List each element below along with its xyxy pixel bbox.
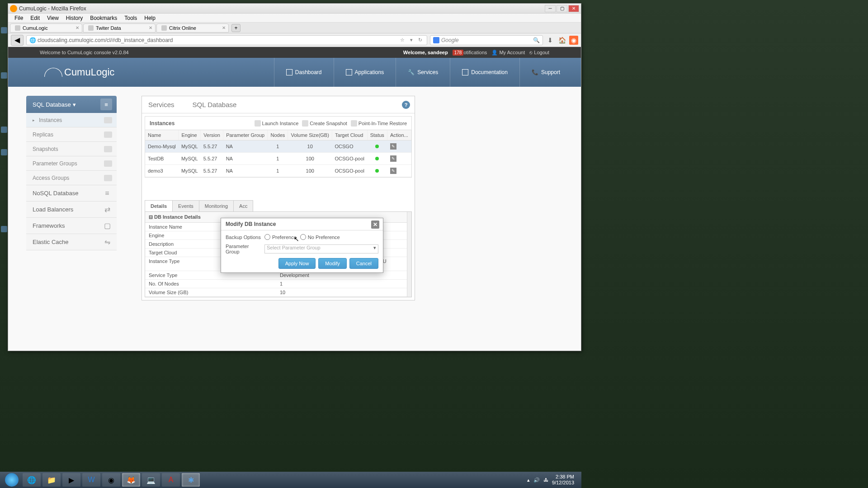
col-nodes[interactable]: Nodes: [268, 130, 288, 141]
tab-monitoring[interactable]: Monitoring: [199, 200, 234, 211]
network-icon[interactable]: 🖧: [543, 477, 548, 483]
scrollbar[interactable]: [407, 212, 411, 297]
menu-tools[interactable]: Tools: [121, 14, 141, 22]
task-ie[interactable]: 🌐: [23, 473, 41, 487]
col-engine[interactable]: Engine: [179, 130, 201, 141]
tab-cumulogic[interactable]: CumuLogic ✕: [10, 23, 82, 33]
site-identity-icon[interactable]: 🌐: [29, 37, 36, 43]
sidebar-header-sql[interactable]: SQL Database ▾ ≡: [26, 96, 117, 113]
firefox-window: CumuLogic - Mozilla Firefox ─ ▢ ✕ File E…: [8, 3, 581, 351]
maximize-button[interactable]: ▢: [557, 5, 567, 12]
menu-view[interactable]: View: [43, 14, 62, 22]
col-parameter-group[interactable]: Parameter Group: [223, 130, 268, 141]
sidebar-item-instances[interactable]: Instances: [26, 113, 117, 127]
tray-arrow-icon[interactable]: ▴: [527, 477, 530, 483]
tab-details[interactable]: Details: [145, 200, 173, 211]
apply-now-button[interactable]: Apply Now: [278, 258, 316, 269]
parameter-group-select[interactable]: Select Parameter Group: [264, 244, 378, 253]
task-acrobat[interactable]: A: [162, 473, 180, 487]
nav-services[interactable]: 🔧Services: [396, 58, 450, 87]
breadcrumb-services[interactable]: Services: [148, 101, 193, 108]
task-word[interactable]: W: [82, 473, 100, 487]
table-row[interactable]: demo3MySQL5.5.27NA1100OCSGO-pool✎: [145, 165, 411, 177]
home-icon[interactable]: 🏠: [557, 36, 566, 45]
nav-dashboard[interactable]: Dashboard: [274, 58, 334, 87]
menu-bookmarks[interactable]: Bookmarks: [86, 14, 121, 22]
task-explorer[interactable]: 📁: [42, 473, 61, 487]
col-name[interactable]: Name: [145, 130, 179, 141]
tab-events[interactable]: Events: [172, 200, 199, 211]
row-action-button[interactable]: ✎: [390, 168, 396, 174]
stack-icon: ≡: [102, 189, 112, 198]
col-status[interactable]: Status: [367, 130, 387, 141]
point-in-time-restore-button[interactable]: Point-In-Time Restore: [351, 120, 407, 127]
system-tray[interactable]: ▴ 🔊 🖧 2:38 PM 9/12/2013: [527, 474, 579, 486]
tab-close-icon[interactable]: ✕: [75, 25, 79, 30]
volume-icon[interactable]: 🔊: [533, 477, 540, 483]
col-version[interactable]: Version: [201, 130, 223, 141]
modal-header[interactable]: Modify DB Instance ✕: [221, 218, 383, 230]
search-icon[interactable]: 🔍: [533, 37, 540, 43]
back-button[interactable]: ◀: [11, 35, 24, 46]
search-box[interactable]: Google 🔍: [430, 35, 543, 45]
sidebar-section-nosql[interactable]: NoSQL Database≡: [26, 185, 117, 202]
url-bar[interactable]: 🌐 cloudscaling.cumulogic.com/cl/#db_inst…: [26, 35, 427, 45]
logout-link[interactable]: ⎋ Logout: [529, 50, 549, 55]
launch-instance-button[interactable]: Launch Instance: [255, 120, 299, 127]
reload-icon[interactable]: ↻: [416, 37, 424, 43]
tab-citrix-online[interactable]: Citrix Online ✕: [156, 23, 229, 33]
minimize-button[interactable]: ─: [545, 5, 556, 12]
sidebar-item-access-groups[interactable]: Access Groups: [26, 171, 117, 185]
sidebar-item-replicas[interactable]: Replicas: [26, 127, 117, 142]
sidebar-item-snapshots[interactable]: Snapshots: [26, 142, 117, 156]
col-target-cloud[interactable]: Target Cloud: [332, 130, 368, 141]
notifications-link[interactable]: 178otifications: [453, 50, 487, 55]
tab-close-icon[interactable]: ✕: [222, 25, 226, 30]
sidebar-section-load-balancers[interactable]: Load Balancers⇄: [26, 202, 117, 218]
tab-bar: CumuLogic ✕ Twiter Data ✕ Citrix Online …: [8, 23, 581, 33]
task-gotomeeting[interactable]: ✱: [182, 473, 200, 487]
table-row[interactable]: Demo-MysqlMySQL5.5.27NA110OCSGO✎: [145, 141, 411, 153]
col-volume-size[interactable]: Volume Size(GB): [288, 130, 332, 141]
task-media-player[interactable]: ▶: [62, 473, 80, 487]
downloads-icon[interactable]: ⬇: [546, 36, 555, 45]
tab-close-icon[interactable]: ✕: [149, 25, 152, 30]
arrows-icon: ⇄: [102, 205, 112, 214]
breadcrumb-sql-database[interactable]: SQL Database: [193, 101, 255, 108]
tab-acc[interactable]: Acc: [233, 200, 253, 211]
radio-preference[interactable]: Preference: [264, 234, 297, 240]
row-action-button[interactable]: ✎: [390, 155, 396, 162]
menu-help[interactable]: Help: [141, 14, 159, 22]
task-firefox[interactable]: 🦊: [122, 473, 140, 487]
window-titlebar[interactable]: CumuLogic - Mozilla Firefox ─ ▢ ✕: [8, 4, 581, 14]
task-putty[interactable]: 💻: [142, 473, 160, 487]
nav-documentation[interactable]: Documentation: [450, 58, 519, 87]
nav-support[interactable]: 📞Support: [519, 58, 572, 87]
dropdown-icon[interactable]: ▾: [408, 37, 415, 43]
table-row[interactable]: TestDBMySQL5.5.27NA1100OCSGO-pool✎: [145, 153, 411, 165]
modify-button[interactable]: Modify: [318, 258, 346, 269]
start-button[interactable]: [3, 473, 21, 487]
new-tab-button[interactable]: +: [231, 24, 241, 32]
row-action-button[interactable]: ✎: [390, 143, 396, 150]
addon-icon[interactable]: ◉: [569, 36, 578, 45]
logo[interactable]: CumuLogic: [44, 66, 114, 78]
tab-twitter-data[interactable]: Twiter Data ✕: [83, 23, 156, 33]
sidebar-section-frameworks[interactable]: Frameworks▢: [26, 218, 117, 234]
create-snapshot-button[interactable]: Create Snapshot: [302, 120, 347, 127]
radio-no-preference[interactable]: No Preference: [300, 234, 340, 240]
modal-close-button[interactable]: ✕: [371, 221, 379, 229]
close-button[interactable]: ✕: [568, 5, 579, 12]
menu-file[interactable]: File: [11, 14, 27, 22]
task-chrome[interactable]: ◉: [102, 473, 120, 487]
col-action[interactable]: Action...: [387, 130, 411, 141]
bookmark-star-icon[interactable]: ☆: [398, 37, 406, 43]
my-account-link[interactable]: 👤 My Account: [491, 50, 525, 56]
nav-applications[interactable]: Applications: [334, 58, 396, 87]
sidebar-item-parameter-groups[interactable]: Parameter Groups: [26, 156, 117, 171]
help-icon[interactable]: ?: [402, 101, 410, 109]
menu-history[interactable]: History: [62, 14, 86, 22]
menu-edit[interactable]: Edit: [27, 14, 43, 22]
sidebar-section-elastic-cache[interactable]: Elastic Cache⇋: [26, 234, 117, 250]
cancel-button[interactable]: Cancel: [349, 258, 378, 269]
